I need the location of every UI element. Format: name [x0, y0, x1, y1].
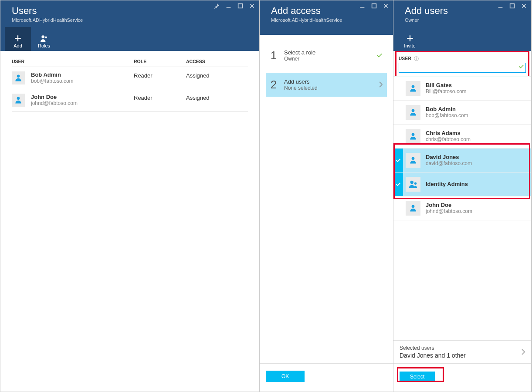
- user-role: Reader: [134, 94, 186, 101]
- user-email: johnd@fabtoso.com: [31, 100, 78, 106]
- users-blade: Users Microsoft.ADHybridHealthService Ad…: [0, 0, 260, 392]
- avatar: [12, 94, 25, 107]
- user-search-label: USER: [399, 56, 526, 61]
- svg-point-18: [414, 182, 417, 185]
- svg-point-5: [17, 97, 20, 100]
- step-add-users[interactable]: 2 Add users None selected: [266, 73, 387, 97]
- minimize-icon[interactable]: [359, 3, 365, 9]
- avatar: [406, 153, 420, 168]
- close-icon[interactable]: [383, 3, 389, 9]
- picker-email: Bill@fabtoso.com: [426, 88, 467, 95]
- close-icon[interactable]: [249, 3, 255, 9]
- maximize-icon[interactable]: [237, 3, 243, 9]
- invite-button-label: Invite: [404, 43, 415, 48]
- svg-rect-1: [238, 4, 243, 8]
- svg-point-2: [41, 35, 44, 38]
- info-icon[interactable]: [414, 56, 419, 61]
- picker-name: Identity Admins: [426, 181, 468, 187]
- user-name: Bob Admin: [31, 71, 74, 78]
- user-picker-item[interactable]: John Doejohnd@fabtoso.com: [393, 196, 531, 220]
- picker-email: bob@fabtoso.com: [426, 112, 468, 118]
- svg-point-4: [17, 74, 20, 78]
- svg-rect-7: [372, 4, 376, 8]
- picker-email: david@fabtoso.com: [426, 160, 472, 166]
- user-picker-item[interactable]: Identity Admins: [393, 172, 531, 196]
- add-access-blade: Add access Microsoft.ADHybridHealthServi…: [260, 0, 393, 392]
- picker-name: Bill Gates: [426, 82, 467, 88]
- add-button-label: Add: [14, 43, 22, 48]
- table-row[interactable]: Bob Adminbob@fabtoso.comReaderAssigned: [12, 67, 248, 89]
- window-controls: [498, 3, 527, 9]
- user-picker-item[interactable]: Bill GatesBill@fabtoso.com: [393, 77, 531, 101]
- svg-point-16: [412, 157, 415, 160]
- avatar: [406, 201, 420, 216]
- svg-rect-8: [498, 7, 503, 8]
- picker-name: John Doe: [426, 202, 472, 208]
- maximize-icon[interactable]: [371, 3, 377, 9]
- roles-icon: [40, 34, 48, 42]
- svg-point-3: [45, 36, 47, 38]
- avatar: [12, 71, 25, 84]
- svg-rect-0: [227, 7, 231, 8]
- invite-button[interactable]: Invite: [398, 27, 422, 51]
- selected-users-summary[interactable]: Selected users David Jones and 1 other: [393, 340, 531, 363]
- user-email: bob@fabtoso.com: [31, 78, 74, 84]
- table-row[interactable]: John Doejohnd@fabtoso.comReaderAssigned: [12, 89, 248, 112]
- users-table: USER ROLE ACCESS Bob Adminbob@fabtoso.co…: [0, 51, 259, 392]
- user-picker-item[interactable]: Bob Adminbob@fabtoso.com: [393, 101, 531, 125]
- maximize-icon[interactable]: [509, 3, 515, 9]
- svg-rect-9: [510, 4, 515, 8]
- step-label: Select a role: [284, 49, 369, 56]
- step-number: 2: [270, 78, 277, 91]
- step-sub: Owner: [284, 56, 369, 62]
- minimize-icon[interactable]: [498, 3, 503, 9]
- plus-icon: [406, 34, 414, 42]
- svg-point-19: [412, 205, 415, 208]
- avatar: [406, 81, 420, 96]
- column-header-user[interactable]: USER: [12, 59, 134, 64]
- select-button[interactable]: Select: [400, 372, 435, 382]
- svg-rect-12: [416, 57, 417, 57]
- column-header-access[interactable]: ACCESS: [186, 59, 248, 64]
- user-role: Reader: [134, 71, 186, 79]
- minimize-icon[interactable]: [226, 3, 231, 9]
- picker-name: Bob Admin: [426, 106, 468, 112]
- picker-name: Chris Adams: [426, 130, 471, 136]
- blade-subtitle: Microsoft.ADHybridHealthService: [12, 17, 250, 26]
- svg-point-14: [412, 109, 415, 112]
- check-icon: [393, 149, 403, 172]
- step-label: Add users: [284, 78, 372, 85]
- user-picker-list: Bill GatesBill@fabtoso.comBob Adminbob@f…: [393, 76, 531, 340]
- window-controls: [214, 3, 255, 9]
- avatar: [406, 129, 420, 144]
- blade-subtitle: Owner: [405, 17, 522, 26]
- step-select-role[interactable]: 1 Select a role Owner: [266, 44, 387, 68]
- user-picker-item[interactable]: Chris Adamschris@fabtoso.com: [393, 125, 531, 149]
- svg-rect-11: [416, 58, 417, 59]
- avatar: [406, 177, 420, 192]
- check-icon: [376, 52, 383, 58]
- picker-name: David Jones: [426, 154, 472, 160]
- svg-rect-6: [360, 7, 365, 8]
- check-icon: [518, 64, 524, 69]
- ok-button[interactable]: OK: [266, 371, 305, 382]
- svg-point-15: [412, 133, 415, 136]
- blade-header: Users Microsoft.ADHybridHealthService Ad…: [0, 0, 259, 51]
- user-access: Assigned: [186, 71, 248, 79]
- plus-icon: [14, 34, 22, 42]
- chevron-right-icon: [522, 349, 525, 355]
- picker-email: johnd@fabtoso.com: [426, 208, 472, 214]
- roles-button[interactable]: Roles: [31, 27, 57, 51]
- step-number: 1: [270, 49, 277, 62]
- roles-button-label: Roles: [38, 43, 50, 48]
- column-header-role[interactable]: ROLE: [134, 59, 186, 64]
- user-picker-item[interactable]: David Jonesdavid@fabtoso.com: [393, 149, 531, 172]
- svg-point-13: [412, 85, 415, 88]
- pin-icon[interactable]: [214, 3, 220, 9]
- add-button[interactable]: Add: [5, 27, 31, 51]
- close-icon[interactable]: [521, 3, 527, 9]
- blade-header: Add access Microsoft.ADHybridHealthServi…: [260, 0, 393, 35]
- blade-subtitle: Microsoft.ADHybridHealthService: [271, 17, 383, 26]
- user-search-input[interactable]: [399, 63, 526, 73]
- check-icon: [393, 172, 403, 196]
